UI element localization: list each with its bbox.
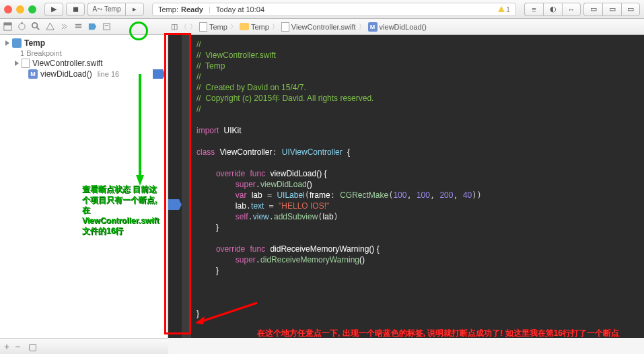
- project-nav-icon[interactable]: [3, 22, 13, 32]
- traffic-lights: [4, 5, 36, 13]
- status-time: Today at 10:04: [216, 5, 264, 13]
- tree-method-name: viewDidLoad(): [40, 69, 92, 79]
- add-button[interactable]: +: [4, 341, 9, 352]
- navigator-filter-bar: + − ▢: [0, 338, 168, 354]
- file-icon: [199, 22, 207, 32]
- swift-file-icon: [281, 22, 289, 32]
- breakpoint-flag-icon: [153, 69, 165, 79]
- breakpoint-navigator: Temp 1 Breakpoint ViewController.swift M…: [0, 35, 168, 338]
- report-nav-icon[interactable]: [102, 22, 112, 32]
- tree-breakpoint-row[interactable]: M viewDidLoad() line 16: [0, 69, 168, 79]
- standard-editor-button[interactable]: ≡: [524, 3, 543, 16]
- annotation-text-1: 查看断点状态 目前这个项目只有一个断点, 在ViewController.swi…: [82, 184, 163, 237]
- close-window-button[interactable]: [4, 5, 12, 13]
- warning-icon: [498, 6, 505, 12]
- annotation-text-2: 在这个地方任意点一下, 出现一个暗蓝色的标签, 说明就打断点成功了! 如这里我在…: [257, 328, 634, 339]
- swift-file-icon: [22, 59, 30, 68]
- minimize-window-button[interactable]: [16, 5, 24, 13]
- svg-rect-1: [4, 23, 11, 26]
- annotation-arrow-1: [136, 74, 149, 188]
- tree-file-name: ViewController.swift: [32, 59, 102, 68]
- debug-nav-icon[interactable]: [73, 22, 83, 32]
- line-number-gutter: [182, 35, 191, 338]
- jump-crumb-file[interactable]: ViewController.swift: [281, 22, 356, 32]
- version-editor-button[interactable]: ↔: [562, 3, 581, 16]
- svg-rect-8: [104, 24, 110, 30]
- related-items-icon[interactable]: ◫: [171, 22, 178, 31]
- issue-nav-icon[interactable]: [45, 22, 55, 32]
- editor-area: // // ViewController.swift // Temp // //…: [168, 35, 644, 338]
- window-toolbar: ▶ ◼ A⤳ Temp ▸ Temp: Ready | Today at 10:…: [0, 0, 644, 19]
- issues-badge[interactable]: 1: [498, 5, 510, 13]
- svg-point-2: [19, 24, 25, 30]
- navigator-toolbar: ◫ 〈 〉 Temp 〉 Temp 〉 ViewController.swift…: [0, 19, 644, 35]
- scheme-name: Temp: [104, 5, 120, 13]
- stop-button[interactable]: ◼: [66, 3, 85, 16]
- forward-button[interactable]: 〉: [190, 22, 196, 32]
- filter-icon[interactable]: ▢: [28, 341, 37, 352]
- svg-rect-6: [75, 24, 81, 26]
- jump-crumb-method[interactable]: MviewDidLoad(): [368, 22, 427, 32]
- method-icon: M: [28, 69, 38, 79]
- svg-line-5: [36, 27, 39, 30]
- method-icon: M: [368, 22, 378, 32]
- breakpoint-gutter[interactable]: [168, 35, 182, 338]
- symbol-nav-icon[interactable]: [17, 22, 27, 32]
- zoom-window-button[interactable]: [28, 5, 36, 13]
- find-nav-icon[interactable]: [31, 22, 41, 32]
- code-editor[interactable]: // // ViewController.swift // Temp // //…: [191, 35, 644, 338]
- tree-project-row[interactable]: Temp: [0, 38, 168, 48]
- test-nav-icon[interactable]: [59, 22, 69, 32]
- toggle-debug-button[interactable]: ▭: [602, 3, 621, 16]
- destination-select[interactable]: ▸: [125, 3, 144, 16]
- disclosure-icon[interactable]: [5, 40, 9, 46]
- svg-rect-7: [75, 27, 81, 28]
- breakpoint-nav-icon[interactable]: [87, 22, 98, 32]
- breakpoint-gutter-marker[interactable]: [168, 199, 182, 210]
- scheme-select[interactable]: A⤳ Temp: [87, 3, 125, 16]
- breakpoint-count: 1 Breakpoint: [0, 48, 168, 58]
- back-button[interactable]: 〈: [180, 22, 187, 32]
- jump-crumb-folder[interactable]: Temp: [240, 23, 269, 31]
- tree-file-row[interactable]: ViewController.swift: [0, 58, 168, 69]
- jump-crumb-project[interactable]: Temp: [199, 22, 227, 32]
- disclosure-icon[interactable]: [15, 61, 19, 66]
- warning-count: 1: [506, 5, 510, 13]
- status-word: Ready: [181, 5, 203, 13]
- project-icon: [12, 38, 22, 48]
- status-prefix: Temp:: [158, 5, 178, 13]
- run-button[interactable]: ▶: [44, 3, 63, 16]
- svg-point-4: [32, 23, 38, 28]
- activity-view: Temp: Ready | Today at 10:04 1: [152, 3, 516, 16]
- folder-icon: [240, 23, 249, 30]
- project-name: Temp: [24, 38, 45, 48]
- toggle-navigator-button[interactable]: ▭: [583, 3, 602, 16]
- svg-rect-3: [22, 22, 23, 24]
- jump-bar[interactable]: ◫ 〈 〉 Temp 〉 Temp 〉 ViewController.swift…: [168, 19, 644, 34]
- toggle-utilities-button[interactable]: ▭: [621, 3, 640, 16]
- remove-button[interactable]: −: [15, 341, 20, 352]
- line-number-info: line 16: [98, 70, 119, 78]
- assistant-editor-button[interactable]: ◐: [543, 3, 562, 16]
